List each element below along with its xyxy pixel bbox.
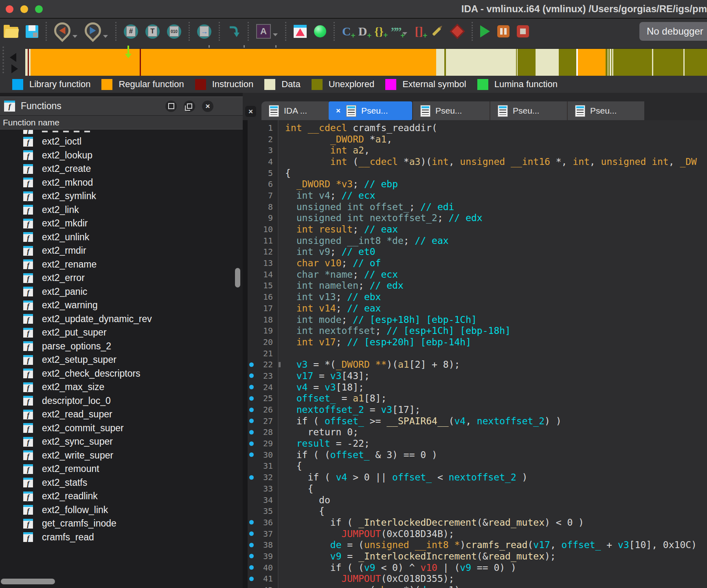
code-text: unsigned int offset_; // edi: [285, 202, 454, 212]
create-string-button[interactable]: ””+: [391, 25, 407, 37]
code-line: 9 unsigned int nextoffset_2; // edx: [243, 213, 707, 224]
function-list-item[interactable]: fext2_warning: [0, 298, 243, 312]
colors-button[interactable]: A: [256, 24, 278, 39]
function-list-item[interactable]: fext2_remount: [0, 462, 243, 476]
function-list-item[interactable]: fext2_setup_super: [0, 353, 243, 367]
pin-back-icon: [51, 19, 74, 42]
jump-forward-button[interactable]: [85, 22, 108, 40]
toolbar-separator: [285, 22, 286, 41]
undefine-button[interactable]: [450, 24, 464, 38]
chevron-down-icon[interactable]: [103, 35, 108, 38]
line-number: 11: [248, 236, 273, 246]
function-list-item[interactable]: fext2_rename: [0, 258, 243, 272]
functions-vertical-scrollbar[interactable]: [235, 268, 240, 287]
function-list-item[interactable]: fext2_panic: [0, 285, 243, 299]
tab-ida-view[interactable]: IDA ...: [261, 101, 329, 120]
function-list-item[interactable]: fext2_error: [0, 271, 243, 285]
text-view-button[interactable]: T: [145, 24, 160, 39]
tab-pseudocode-1[interactable]: ×Pseu...: [329, 101, 412, 120]
navband-right-arrow-icon[interactable]: [11, 64, 18, 73]
function-list-item[interactable]: fget_cramfs_inode: [0, 517, 243, 531]
function-name: ext2_follow_link: [42, 505, 108, 516]
code-line: 10 int result; // eax: [243, 224, 707, 235]
open-file-button[interactable]: [4, 25, 18, 38]
zoom-light-icon[interactable]: [35, 5, 43, 13]
column-header-function-name[interactable]: Function name: [0, 116, 243, 129]
code-text: v9 = _InterlockedIncrement(&read_mutex);: [285, 551, 556, 562]
lumina-sphere-icon: [314, 25, 326, 37]
function-list-item[interactable]: fext2_update_dynamic_rev: [0, 312, 243, 326]
float-button[interactable]: [184, 101, 195, 112]
tab-bar: IDA ...×Pseu...Pseu...Pseu...Pseu...: [261, 101, 707, 120]
code-line: 35 {: [243, 505, 707, 517]
save-button[interactable]: [26, 25, 38, 38]
function-list-item[interactable]: fcramfs_read: [0, 531, 243, 544]
window-title: IDA - vmlinux.i64 (vmlinux) /Users/gorgi…: [461, 0, 707, 18]
lumina-button[interactable]: [314, 25, 326, 37]
code-text: char *name; // ecx: [285, 269, 398, 280]
function-list-item[interactable]: fparse_options_2: [0, 340, 243, 353]
function-list-item[interactable]: fext2_mknod: [0, 176, 243, 190]
create-array-button[interactable]: []+: [415, 25, 423, 37]
ida-window: IDA - vmlinux.i64 (vmlinux) /Users/gorgi…: [0, 0, 707, 588]
function-list-item[interactable]: fext2_link: [0, 203, 243, 217]
jump-back-button[interactable]: [54, 22, 77, 40]
tab-pseudocode-4[interactable]: Pseu...: [567, 101, 644, 120]
hex-view-button[interactable]: #: [124, 24, 138, 39]
line-number: 16: [248, 292, 273, 302]
pause-button[interactable]: [497, 25, 509, 37]
tab-pseudocode-3[interactable]: Pseu...: [490, 101, 567, 120]
code-line: 7 int v4; // ecx: [243, 190, 707, 201]
chevron-down-icon[interactable]: [72, 35, 77, 38]
function-list-item-partial[interactable]: f: [0, 130, 243, 135]
tab-close-icon[interactable]: ×: [336, 106, 340, 115]
make-data-button[interactable]: D+: [358, 25, 367, 37]
binary-view-button[interactable]: 010: [167, 24, 181, 39]
jump-address-button[interactable]: [227, 25, 240, 38]
function-list-item[interactable]: fext2_sync_super: [0, 435, 243, 449]
line-number: 36: [248, 518, 273, 527]
function-list-item[interactable]: fext2_check_descriptors: [0, 367, 243, 381]
function-list-item[interactable]: fext2_lookup: [0, 149, 243, 162]
function-list-item[interactable]: fext2_max_size: [0, 380, 243, 394]
function-list-item[interactable]: fext2_ioctl: [0, 135, 243, 149]
make-code-button[interactable]: C+: [342, 25, 351, 37]
tabbar-close-icon[interactable]: ×: [245, 106, 256, 117]
legend-swatch: [195, 79, 206, 90]
functions-horizontal-scrollbar[interactable]: [1, 579, 55, 584]
function-list-item[interactable]: fext2_unlink: [0, 230, 243, 244]
tab-pseudocode-2[interactable]: Pseu...: [412, 101, 490, 120]
function-list-item[interactable]: fext2_mkdir: [0, 217, 243, 230]
navigation-band[interactable]: [25, 49, 707, 76]
function-list-item[interactable]: fdescriptor_loc_0: [0, 394, 243, 408]
function-list-item[interactable]: fext2_commit_super: [0, 421, 243, 435]
function-list-item[interactable]: fext2_write_super: [0, 449, 243, 463]
chevron-down-icon[interactable]: [273, 33, 278, 36]
toolbar-drag-handle-icon[interactable]: [2, 46, 6, 73]
function-name: ext2_readlink: [42, 491, 98, 502]
close-button[interactable]: ×: [202, 101, 213, 112]
function-list-item[interactable]: fext2_readlink: [0, 489, 243, 503]
minimize-light-icon[interactable]: [20, 5, 28, 13]
rename-button[interactable]: [430, 26, 443, 37]
open-subview-button[interactable]: →: [197, 24, 211, 39]
function-list-item[interactable]: fext2_put_super: [0, 326, 243, 340]
function-list-item[interactable]: fext2_rmdir: [0, 244, 243, 258]
function-item-icon: f: [23, 341, 33, 351]
create-struct-button[interactable]: {}+: [374, 26, 383, 37]
make-data-icon: D+: [358, 25, 367, 37]
function-list-item[interactable]: fext2_statfs: [0, 476, 243, 490]
pseudocode-view[interactable]: 1int __cdecl cramfs_readdir(2 _DWORD *a1…: [243, 120, 707, 588]
function-list-item[interactable]: fext2_create: [0, 162, 243, 176]
run-button[interactable]: [480, 25, 490, 37]
maximize-button[interactable]: [165, 101, 177, 112]
function-list-item[interactable]: fext2_follow_link: [0, 503, 243, 517]
close-light-icon[interactable]: [6, 5, 13, 13]
debugger-select[interactable]: No debugger: [639, 22, 707, 41]
navigator-button[interactable]: [294, 25, 307, 38]
stop-button[interactable]: [517, 25, 529, 37]
function-list-item[interactable]: fext2_read_super: [0, 408, 243, 421]
navband-left-arrow-icon[interactable]: [10, 53, 16, 62]
function-list-item[interactable]: fext2_symlink: [0, 189, 243, 203]
legend-item: Data: [264, 79, 300, 90]
